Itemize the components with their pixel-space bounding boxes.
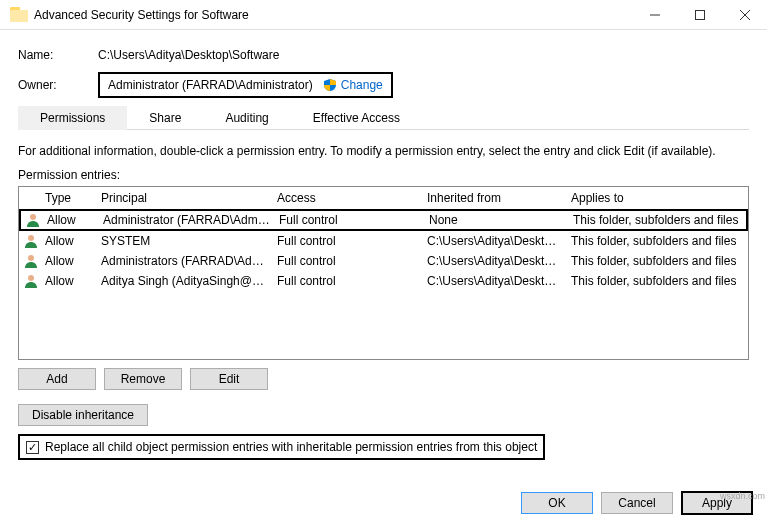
permission-table[interactable]: Type Principal Access Inherited from App…: [18, 186, 749, 360]
cell-type: Allow: [41, 272, 97, 290]
tab-effective-access[interactable]: Effective Access: [291, 106, 422, 130]
svg-point-4: [28, 275, 34, 281]
add-button[interactable]: Add: [18, 368, 96, 390]
person-icon: [21, 212, 43, 228]
cancel-button[interactable]: Cancel: [601, 492, 673, 514]
svg-point-3: [28, 255, 34, 261]
table-row[interactable]: AllowSYSTEMFull controlC:\Users\Aditya\D…: [19, 231, 748, 251]
col-principal[interactable]: Principal: [97, 187, 273, 209]
replace-children-box: ✓ Replace all child object permission en…: [18, 434, 545, 460]
change-link-text: Change: [341, 78, 383, 92]
uac-shield-icon: [323, 78, 337, 92]
ok-button[interactable]: OK: [521, 492, 593, 514]
folder-icon: [10, 7, 28, 22]
cell-principal: Aditya Singh (AdityaSingh@o…: [97, 272, 273, 290]
person-icon: [19, 273, 41, 289]
replace-children-label: Replace all child object permission entr…: [45, 440, 537, 454]
col-access[interactable]: Access: [273, 187, 423, 209]
col-type[interactable]: Type: [41, 187, 97, 209]
permission-entries-label: Permission entries:: [18, 168, 749, 182]
person-icon: [19, 233, 41, 249]
svg-point-1: [30, 214, 36, 220]
tab-strip: Permissions Share Auditing Effective Acc…: [18, 106, 749, 130]
cell-principal: SYSTEM: [97, 232, 273, 250]
watermark: wsxdn.com: [720, 491, 765, 501]
col-inherited[interactable]: Inherited from: [423, 187, 567, 209]
dialog-footer: OK Cancel Apply: [521, 491, 753, 515]
minimize-button[interactable]: [632, 0, 677, 29]
table-row[interactable]: AllowAditya Singh (AdityaSingh@o…Full co…: [19, 271, 748, 291]
cell-applies: This folder, subfolders and files: [567, 272, 748, 290]
tab-share[interactable]: Share: [127, 106, 203, 130]
col-applies[interactable]: Applies to: [567, 187, 748, 209]
owner-label: Owner:: [18, 78, 98, 92]
owner-box: Administrator (FARRAD\Administrator) Cha…: [98, 72, 393, 98]
instruction-text: For additional information, double-click…: [18, 144, 749, 158]
cell-applies: This folder, subfolders and files: [567, 232, 748, 250]
edit-button[interactable]: Edit: [190, 368, 268, 390]
svg-rect-0: [695, 10, 704, 19]
tab-auditing[interactable]: Auditing: [203, 106, 290, 130]
cell-inherited: C:\Users\Aditya\Deskt…: [423, 232, 567, 250]
info-section: Name: C:\Users\Aditya\Desktop\Software O…: [18, 48, 749, 98]
cell-type: Allow: [41, 252, 97, 270]
person-icon: [19, 253, 41, 269]
cell-access: Full control: [273, 252, 423, 270]
close-button[interactable]: [722, 0, 767, 29]
cell-inherited: C:\Users\Aditya\Deskt…: [423, 252, 567, 270]
table-header: Type Principal Access Inherited from App…: [19, 187, 748, 210]
cell-inherited: C:\Users\Aditya\Deskt…: [423, 272, 567, 290]
maximize-button[interactable]: [677, 0, 722, 29]
window-buttons: [632, 0, 767, 29]
cell-type: Allow: [43, 211, 99, 229]
cell-inherited: None: [425, 211, 569, 229]
cell-principal: Administrators (FARRAD\Ad…: [97, 252, 273, 270]
cell-applies: This folder, subfolders and files: [569, 211, 746, 229]
svg-point-2: [28, 235, 34, 241]
owner-value: Administrator (FARRAD\Administrator): [108, 78, 313, 92]
window-title: Advanced Security Settings for Software: [34, 8, 632, 22]
name-value: C:\Users\Aditya\Desktop\Software: [98, 48, 749, 62]
tab-permissions[interactable]: Permissions: [18, 106, 127, 130]
cell-access: Full control: [275, 211, 425, 229]
remove-button[interactable]: Remove: [104, 368, 182, 390]
cell-access: Full control: [273, 232, 423, 250]
table-row[interactable]: AllowAdministrator (FARRAD\Admi…Full con…: [19, 209, 748, 231]
name-label: Name:: [18, 48, 98, 62]
disable-inheritance-button[interactable]: Disable inheritance: [18, 404, 148, 426]
change-owner-link[interactable]: Change: [323, 78, 383, 92]
cell-principal: Administrator (FARRAD\Admi…: [99, 211, 275, 229]
table-row[interactable]: AllowAdministrators (FARRAD\Ad…Full cont…: [19, 251, 748, 271]
cell-access: Full control: [273, 272, 423, 290]
entry-buttons: Add Remove Edit: [18, 368, 749, 390]
cell-applies: This folder, subfolders and files: [567, 252, 748, 270]
titlebar: Advanced Security Settings for Software: [0, 0, 767, 30]
table-body: AllowAdministrator (FARRAD\Admi…Full con…: [19, 209, 748, 291]
cell-type: Allow: [41, 232, 97, 250]
replace-children-checkbox[interactable]: ✓: [26, 441, 39, 454]
